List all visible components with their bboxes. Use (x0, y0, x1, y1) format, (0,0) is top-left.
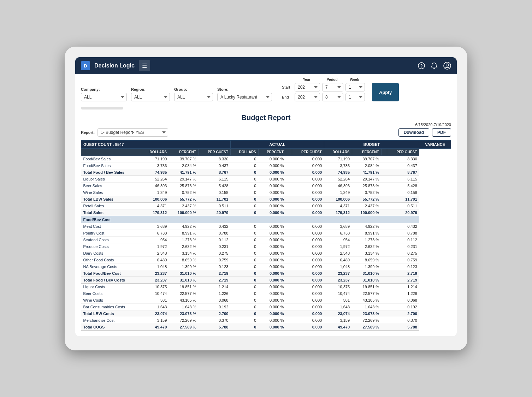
table-row: Wine Sales1,3490.752 %0.15800.000 %0.000… (81, 189, 451, 196)
app-window: D Decision Logic ☰ ? (75, 57, 457, 336)
var-guest-header: PER GUEST (387, 149, 419, 156)
week-col-label: Week (345, 78, 364, 82)
region-filter-group: Region: ALL (131, 87, 170, 101)
table-row: Liquor Sales52,26429.147 %6.11500.000 %0… (81, 176, 451, 183)
sub-header-row: DOLLARS PERCENT PER GUEST DOLLARS PERCEN… (81, 149, 451, 156)
pdf-button[interactable]: PDF (432, 128, 451, 137)
region-label: Region: (131, 87, 170, 91)
total-row: Total Food / Bev Costs23,23731.010 %2.71… (81, 277, 451, 284)
svg-text:?: ? (420, 64, 422, 69)
region-select[interactable]: ALL (131, 93, 170, 101)
table-row: Beer Sales46,39325.873 %5.42800.000 %0.0… (81, 183, 451, 189)
end-year-select[interactable]: 202 (295, 93, 320, 101)
act-percent-header: PERCENT (169, 149, 198, 156)
filters-bar: Company: ALL Region: ALL Group: ALL (75, 74, 457, 105)
hamburger-button[interactable]: ☰ (139, 60, 150, 71)
company-label: Company: (81, 87, 127, 91)
bud-dollars-header: DOLLARS (230, 149, 258, 156)
table-row: Produce Costs1,9722.632 %0.23100.000 %0.… (81, 243, 451, 250)
navbar-right: ? (418, 62, 451, 70)
table-row: Other Food Costs6,4898.659 %0.75900.000 … (81, 257, 451, 263)
budget-table-container: GUEST COUNT : 8547 ACTUAL BUDGET VARIANC… (75, 140, 457, 336)
var-dollars-header: DOLLARS (324, 149, 352, 156)
scrollbar[interactable] (81, 107, 123, 109)
start-period-select[interactable]: 7 (322, 83, 343, 91)
table-body: Food/Bev Sales71,19939.707 %8.33000.000 … (81, 156, 451, 331)
date-range-controls: Year Period Week Start 202 7 (282, 78, 365, 101)
report-type-select[interactable]: 1- Budget Report- YES (97, 128, 168, 137)
group-label: Group: (174, 87, 213, 91)
table-row: Liquor Costs10,37519.851 %1.21400.000 %0… (81, 284, 451, 290)
year-col-label: Year (294, 78, 319, 82)
actual-header: ACTUAL (230, 141, 324, 149)
group-filter-group: Group: ALL (174, 87, 213, 101)
report-controls: Report: 1- Budget Report- YES Download P… (81, 128, 451, 137)
navbar-left: D Decision Logic ☰ (81, 60, 150, 71)
store-select[interactable]: A Lucky Restaurant (217, 93, 272, 101)
bud-percent-header: PERCENT (258, 149, 286, 156)
group-select[interactable]: ALL (174, 93, 213, 101)
device-frame: D Decision Logic ☰ ? (65, 47, 467, 350)
section-row: Food/Bev Cost (81, 216, 451, 224)
brand-logo-icon: D (81, 61, 90, 70)
report-action-buttons: Download PDF (398, 128, 451, 137)
report-label: Report: (81, 130, 95, 135)
var-percent-header: PERCENT (352, 149, 381, 156)
notifications-button[interactable] (431, 62, 438, 69)
period-col-label: Period (321, 78, 343, 82)
yp-header: Year Period Week (294, 78, 365, 82)
bud-guest-spacer (286, 149, 292, 156)
table-row: Dairy Costs2,3483.134 %0.27500.000 %0.00… (81, 250, 451, 257)
start-label: Start (282, 85, 292, 89)
table-row: Wine Costs58143.105 %0.06800.000 %0.0005… (81, 297, 451, 304)
store-label: Store: (217, 87, 272, 91)
end-week-select[interactable]: 1 (345, 93, 365, 101)
guest-count-cell: GUEST COUNT : 8547 (81, 141, 231, 149)
table-row: Food/Bev Sales3,7362.084 %0.43700.000 %0… (81, 162, 451, 169)
total-row: Total Sales179,312100.000 %20.97900.000 … (81, 209, 451, 216)
company-filter-group: Company: ALL (81, 87, 127, 101)
store-filter-group: Store: A Lucky Restaurant (217, 87, 272, 101)
end-label: End (282, 95, 292, 99)
table-row: Bar Consumables Costs1,6431.643 %0.19200… (81, 304, 451, 310)
table-row: Merchandise Cost3,15972.269 %0.37000.000… (81, 317, 451, 324)
end-row: End 202 8 1 (282, 93, 365, 101)
budget-header: BUDGET (324, 141, 419, 149)
report-select-row: Report: 1- Budget Report- YES (81, 128, 168, 137)
start-year-select[interactable]: 202 (295, 83, 320, 91)
total-row: Total Food/Bev Cost23,23731.010 %2.71900… (81, 270, 451, 277)
navbar: D Decision Logic ☰ ? (75, 57, 457, 74)
svg-point-3 (446, 64, 449, 66)
table-row: Retail Sales4,3712.437 %0.51100.000 %0.0… (81, 203, 451, 209)
company-select[interactable]: ALL (81, 93, 127, 101)
download-button[interactable]: Download (398, 128, 429, 137)
label-col-header (81, 149, 141, 156)
table-row: Poultry Cost6,7388.991 %0.78800.000 %0.0… (81, 230, 451, 237)
total-row: Total LBW Costs23,07423.073 %2.70000.000… (81, 310, 451, 317)
apply-button[interactable]: Apply (372, 83, 399, 101)
variance-header: VARIANCE (419, 141, 451, 149)
total-row: Total Food / Bev Sales74,93541.791 %8.76… (81, 169, 451, 176)
total-row: Total LBW Sales100,00655.772 %11.70100.0… (81, 196, 451, 203)
start-row: Start 202 7 1 (282, 83, 365, 91)
var-spacer (381, 149, 387, 156)
table-row: Seafood Costs9541.273 %0.11200.000 %0.00… (81, 237, 451, 243)
bud-guest-header: PER GUEST (292, 149, 324, 156)
user-profile-button[interactable] (443, 62, 451, 70)
act-guest-header: PER GUEST (198, 149, 230, 156)
total-row: Total COGS49,47027.589 %5.78800.000 %0.0… (81, 324, 451, 331)
filters-row: Company: ALL Region: ALL Group: ALL (81, 78, 451, 101)
act-dollars-header: DOLLARS (141, 149, 169, 156)
table-row: Food/Bev Sales71,19939.707 %8.33000.000 … (81, 156, 451, 162)
table-row: Beer Costs10,47422.577 %1.22600.000 %0.0… (81, 290, 451, 297)
table-row: NA Beverage Costs1,0481.399 %0.12300.000… (81, 263, 451, 270)
report-title: Budget Report (81, 114, 451, 122)
table-row: Meat Cost3,6894.922 %0.43200.000 %0.0003… (81, 223, 451, 230)
help-button[interactable]: ? (418, 62, 425, 69)
end-period-select[interactable]: 8 (322, 93, 343, 101)
report-date: 6/15/2020-7/19/2020 (81, 123, 451, 127)
start-week-select[interactable]: 1 (345, 83, 365, 91)
col-header-row: GUEST COUNT : 8547 ACTUAL BUDGET VARIANC… (81, 141, 451, 149)
budget-table: GUEST COUNT : 8547 ACTUAL BUDGET VARIANC… (81, 140, 451, 331)
report-header: Budget Report 6/15/2020-7/19/2020 Report… (75, 111, 457, 140)
